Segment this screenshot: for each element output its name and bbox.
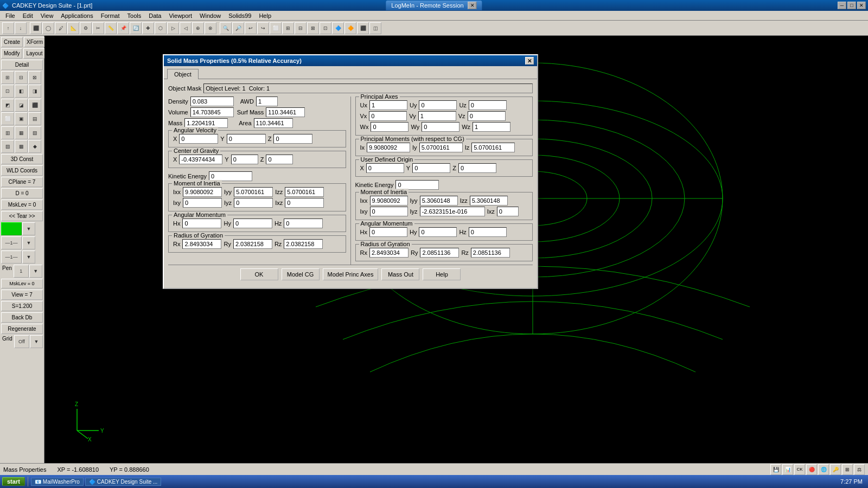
tb-btn-26[interactable]: ⊡ (320, 22, 331, 34)
regenerate-button[interactable]: Regenerate (1, 324, 43, 334)
menu-viewport[interactable]: Viewport (165, 12, 195, 20)
status-icon-7[interactable]: ⚖ (854, 464, 865, 475)
menu-view[interactable]: View (37, 12, 57, 20)
pa-wz-input[interactable] (473, 122, 510, 132)
lp-icon-13[interactable]: ▥ (1, 126, 14, 139)
status-icon-2[interactable]: 📊 (782, 464, 793, 475)
lp-line-1[interactable]: —1— (1, 236, 22, 249)
pen-value[interactable]: 1 (14, 265, 29, 278)
tb-btn-16[interactable]: ⊕ (192, 22, 204, 34)
pa-uy-input[interactable] (419, 100, 457, 110)
tear-button[interactable]: << Tear >> (1, 211, 43, 221)
pa-vz-input[interactable] (468, 111, 506, 121)
status-icon-6[interactable]: ⊞ (842, 464, 853, 475)
udo-x-input[interactable] (366, 163, 404, 173)
menu-solids99[interactable]: Solids99 (225, 12, 254, 20)
amr-hz-input[interactable] (469, 227, 507, 237)
dropdown-arrow[interactable]: ▼ (22, 222, 35, 235)
lp-icon-14[interactable]: ▦ (15, 126, 28, 139)
pa-uz-input[interactable] (469, 100, 507, 110)
menu-window[interactable]: Window (196, 12, 224, 20)
close-button[interactable]: ✕ (857, 2, 866, 9)
mailwasher-taskitem[interactable]: 📧 MailWasherPro (31, 478, 84, 486)
tb-btn-2[interactable]: ↓ (15, 22, 27, 34)
lp-line-2[interactable]: —1— (1, 251, 22, 264)
moi-izz-input[interactable] (285, 187, 324, 197)
pa-wy-input[interactable] (422, 122, 459, 132)
d-button[interactable]: D = 0 (1, 188, 43, 198)
tb-btn-21[interactable]: ↪ (257, 22, 269, 34)
lp-icon-10[interactable]: ⬜ (1, 112, 14, 125)
msklev-button[interactable]: MskLev = 0 (1, 200, 43, 210)
minimize-button[interactable]: ─ (838, 2, 846, 9)
s-button[interactable]: S=1.200 (1, 301, 43, 311)
status-icon-5[interactable]: 🔑 (830, 464, 841, 475)
pm-iz-input[interactable] (471, 143, 515, 152)
green-indicator[interactable] (1, 222, 22, 235)
pm-iy-input[interactable] (419, 143, 463, 152)
tb-btn-15[interactable]: ◁ (180, 22, 192, 34)
actlev-button[interactable]: MskLev = 0 (1, 279, 43, 288)
tb-btn-8[interactable]: ✂ (92, 22, 104, 34)
area-input[interactable] (254, 118, 293, 128)
am-hx-input[interactable] (182, 219, 221, 228)
tb-btn-12[interactable]: ✚ (142, 22, 154, 34)
modal-close-button[interactable]: ✕ (525, 57, 534, 65)
tb-btn-24[interactable]: ⊟ (295, 22, 307, 34)
cadkey-icon[interactable]: CK (794, 464, 805, 475)
tb-btn-27[interactable]: 🔷 (332, 22, 344, 34)
tb-btn-7[interactable]: ⚙ (80, 22, 92, 34)
volume-input[interactable] (190, 107, 234, 117)
am-hz-input[interactable] (284, 219, 323, 228)
tb-btn-14[interactable]: ▷ (167, 22, 179, 34)
detail-button[interactable]: Detail (1, 60, 43, 70)
tab-object[interactable]: Object (167, 69, 199, 79)
tb-btn-1[interactable]: ↑ (2, 22, 14, 34)
const3d-button[interactable]: 3D Const (1, 154, 43, 164)
udo-z-input[interactable] (458, 163, 496, 173)
tb-btn-3[interactable]: ⬛ (30, 22, 42, 34)
cg-x-input[interactable] (179, 155, 222, 164)
model-princ-axes-button[interactable]: Model Princ Axes (323, 268, 379, 280)
tb-btn-23[interactable]: ⊞ (282, 22, 294, 34)
tb-btn-4[interactable]: ◯ (42, 22, 54, 34)
rogr-ry-input[interactable] (420, 248, 459, 258)
lp-icon-2[interactable]: ⊟ (15, 71, 28, 84)
menu-format[interactable]: Format (98, 12, 123, 20)
lp-icon-17[interactable]: ▩ (15, 140, 28, 153)
lp-icon-5[interactable]: ◧ (15, 85, 28, 98)
tb-btn-19[interactable]: 🔎 (232, 22, 244, 34)
av-y-input[interactable] (227, 134, 266, 144)
tb-btn-20[interactable]: ↩ (245, 22, 257, 34)
udo-y-input[interactable] (412, 163, 450, 173)
pm-ix-input[interactable] (367, 143, 410, 152)
rog-rz-input[interactable] (284, 239, 323, 249)
maximize-button[interactable]: □ (847, 2, 856, 9)
lp-arr-2[interactable]: ▼ (22, 251, 35, 264)
modify-button[interactable]: Modify (1, 48, 22, 59)
tb-btn-9[interactable]: 📏 (105, 22, 117, 34)
lp-icon-1[interactable]: ⊞ (1, 71, 14, 84)
lp-icon-7[interactable]: ◩ (1, 99, 14, 112)
amr-hy-input[interactable] (419, 227, 457, 237)
lp-icon-18[interactable]: ◆ (28, 140, 41, 153)
moi-ixx-input[interactable] (183, 187, 222, 197)
tb-btn-18[interactable]: 🔍 (220, 22, 232, 34)
lp-icon-3[interactable]: ⊠ (28, 71, 41, 84)
view-button[interactable]: View = 7 (1, 290, 43, 300)
status-icon-4[interactable]: 🌐 (818, 464, 829, 475)
lp-icon-9[interactable]: ⬛ (28, 99, 41, 112)
pa-wx-input[interactable] (371, 122, 409, 132)
rog-ry-input[interactable] (233, 239, 272, 249)
status-icon-3[interactable]: 🔴 (806, 464, 817, 475)
backdb-button[interactable]: Back Db (1, 312, 43, 323)
pa-ux-input[interactable] (369, 100, 407, 110)
tb-btn-22[interactable]: ⬜ (270, 22, 282, 34)
remote-close-button[interactable]: ✕ (468, 2, 477, 9)
pen-arrow[interactable]: ▼ (29, 265, 42, 278)
tb-btn-29[interactable]: ⬛ (357, 22, 369, 34)
am-hy-input[interactable] (233, 219, 272, 228)
rogr-rx-input[interactable] (369, 248, 409, 258)
moir-iyz-input[interactable] (420, 207, 485, 216)
grid-arrow[interactable]: ▼ (30, 335, 43, 348)
